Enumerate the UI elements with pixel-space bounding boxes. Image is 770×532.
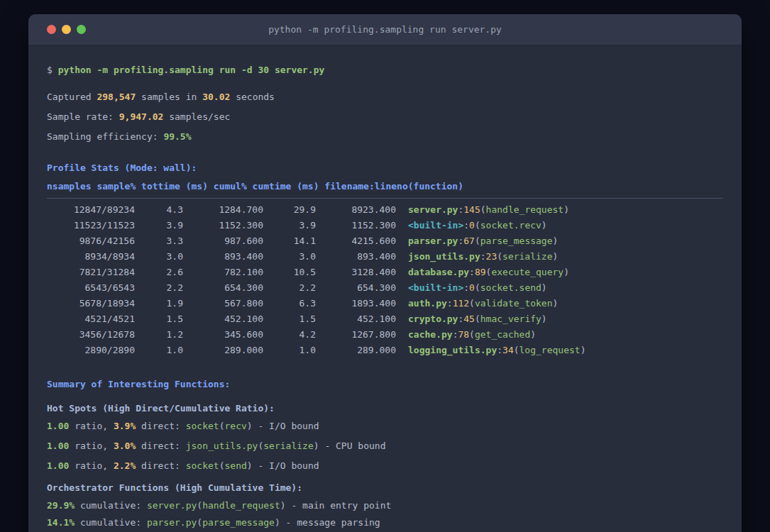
ratio-label: ratio, [75, 421, 108, 431]
cumul-pct-cell: 6.3 [263, 296, 316, 311]
tottime-cell: 1152.300 [183, 218, 263, 233]
table-row: 8934/89343.0893.4003.0893.400json_utils.… [47, 249, 723, 265]
cumtime-cell: 8923.400 [316, 202, 396, 218]
location-cell: parser.py:67(parse_message) [396, 233, 723, 249]
table-row: 3456/126781.2345.6004.21267.800cache.py:… [47, 327, 723, 343]
cumul-pct-cell: 4.2 [263, 327, 316, 343]
filename: auth.py [408, 298, 447, 309]
location-cell: <built-in>:0(socket.send) [396, 280, 723, 296]
nsamples-cell: 11523/11523 [47, 218, 135, 233]
location-cell: server.py:145(handle_request) [396, 202, 723, 218]
cumtime-cell: 289.000 [316, 343, 396, 358]
nsamples-cell: 12847/89234 [47, 202, 135, 218]
window-controls [28, 25, 86, 34]
sample-pct-cell: 2.2 [135, 280, 183, 296]
sample-pct-cell: 3.0 [135, 249, 183, 265]
location-cell: auth.py:112(validate_token) [396, 296, 723, 311]
line-number: 145 [463, 204, 480, 215]
cumulative-pct: 14.1% [47, 517, 75, 528]
filename: json_utils.py [408, 251, 480, 262]
sample-pct-cell: 3.9 [135, 218, 183, 233]
filename: logging_utils.py [408, 345, 497, 355]
captured-duration: 30.02 [202, 92, 230, 102]
table-row: 4521/45211.5452.1001.5452.100crypto.py:4… [47, 311, 723, 327]
function-name: handle_request [486, 204, 564, 215]
hot-spot-line: 1.00 ratio, 3.9% direct: socket(recv) - … [47, 420, 723, 433]
function-name: handle_request [202, 500, 280, 511]
sample-rate-value: 9,947.02 [119, 111, 164, 122]
table-row: 12847/892344.31284.70029.98923.400server… [47, 202, 723, 218]
table-row: 9876/421563.3987.60014.14215.600parser.p… [47, 233, 723, 249]
hot-spots-heading: Hot Spots (High Direct/Cumulative Ratio)… [47, 402, 723, 415]
minimize-button[interactable] [62, 25, 71, 34]
sample-rate-label: Sample rate: [47, 111, 114, 122]
line-number: 67 [463, 235, 475, 246]
method-name: recv [225, 421, 247, 431]
cumul-pct-cell: 2.2 [263, 280, 316, 296]
bound-note: - I/O bound [258, 421, 319, 431]
filename: server.py [408, 204, 458, 215]
cumtime-cell: 1152.300 [316, 218, 396, 233]
shell-prompt: $ [47, 65, 53, 75]
tottime-cell: 654.300 [183, 280, 263, 296]
direct-pct: 3.9% [114, 421, 136, 431]
line-number: 89 [475, 267, 486, 277]
sample-pct-cell: 1.0 [135, 343, 183, 358]
method-name: serialize [263, 440, 313, 451]
efficiency-line: Sampling efficiency: 99.5% [47, 131, 723, 143]
table-row: 2890/28901.0289.0001.0289.000logging_uti… [47, 343, 723, 358]
filename: parser.py [408, 235, 458, 246]
cumulative-pct: 29.9% [47, 500, 75, 511]
orchestrator-heading: Orchestrator Functions (High Cumulative … [47, 482, 723, 494]
function-name: parse_message [480, 235, 553, 246]
command-text: python -m profiling.sampling run -d 30 s… [58, 65, 325, 75]
table-row: 11523/115233.91152.3003.91152.300<built-… [47, 218, 723, 233]
close-button[interactable] [47, 25, 56, 34]
tottime-cell: 567.800 [183, 296, 263, 311]
file-name: server.py [147, 500, 197, 511]
function-name: parse_message [202, 517, 275, 528]
table-row: 7821/312842.6782.10010.53128.400database… [47, 265, 723, 280]
bound-note: - CPU bound [324, 440, 385, 451]
direct-pct: 3.0% [114, 440, 136, 451]
filename: cache.py [408, 329, 453, 340]
tottime-cell: 345.600 [183, 327, 263, 343]
nsamples-cell: 4521/4521 [47, 311, 135, 327]
ratio-value: 1.00 [47, 440, 69, 451]
function-name: serialize [502, 251, 552, 262]
function-name: execute_query [491, 267, 563, 277]
method-name: send [225, 460, 247, 471]
direct-label: direct: [141, 460, 180, 471]
maximize-button[interactable] [77, 25, 86, 34]
cumtime-cell: 4215.600 [316, 233, 396, 249]
function-name: get_cached [475, 329, 530, 340]
line-number: 112 [453, 298, 469, 309]
location-cell: cache.py:78(get_cached) [396, 327, 723, 343]
ratio-label: ratio, [75, 460, 108, 471]
function-name: hmac_verify [480, 314, 541, 324]
cumul-pct-cell: 10.5 [263, 265, 316, 280]
command-line: $ python -m profiling.sampling run -d 30… [47, 64, 723, 77]
nsamples-cell: 3456/12678 [47, 327, 135, 343]
location-cell: json_utils.py:23(serialize) [396, 249, 723, 265]
function-name: socket.send [480, 282, 541, 293]
location-cell: <built-in>:0(socket.recv) [396, 218, 723, 233]
tottime-cell: 987.600 [183, 233, 263, 249]
tottime-cell: 289.000 [183, 343, 263, 358]
direct-pct: 2.2% [114, 460, 136, 471]
direct-label: direct: [141, 440, 180, 451]
nsamples-cell: 6543/6543 [47, 280, 135, 296]
function-name: validate_token [475, 298, 553, 309]
filename: database.py [408, 267, 469, 277]
cumtime-cell: 3128.400 [316, 265, 396, 280]
profile-stats-heading: Profile Stats (Mode: wall): [47, 160, 723, 176]
cumul-pct-cell: 14.1 [263, 233, 316, 249]
nsamples-cell: 8934/8934 [47, 249, 135, 265]
nsamples-cell: 2890/2890 [47, 343, 135, 358]
window-title: python -m profiling.sampling run server.… [28, 24, 742, 35]
file-name: parser.py [147, 517, 197, 528]
cumul-pct-cell: 1.5 [263, 311, 316, 327]
table-column-header: nsamples sample% tottime (ms) cumul% cum… [47, 179, 723, 194]
captured-unit-label: seconds [236, 92, 275, 102]
direct-label: direct: [141, 421, 180, 431]
